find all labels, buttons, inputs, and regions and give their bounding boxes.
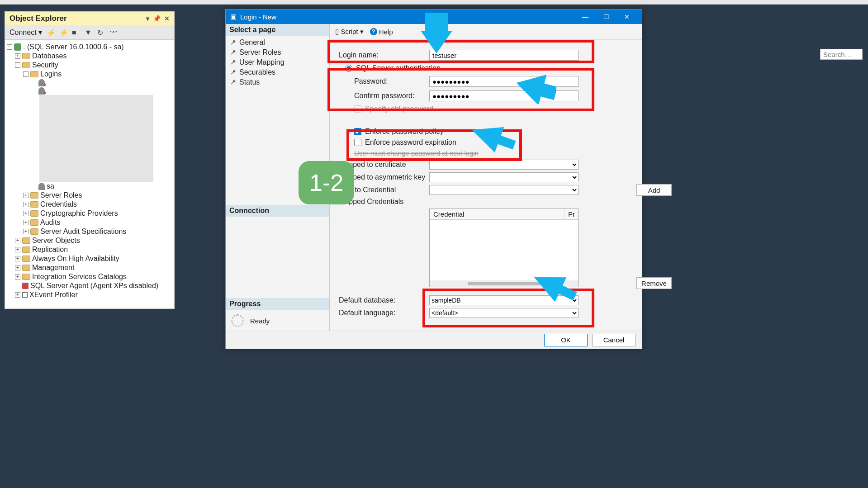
user-icon <box>38 183 45 190</box>
pin-icon[interactable]: 📌 <box>153 15 161 22</box>
server-roles-node[interactable]: +Server Roles <box>7 191 172 200</box>
pause-icon[interactable]: ■ <box>72 28 80 37</box>
folder-icon <box>22 256 30 262</box>
dialog-titlebar[interactable]: ▣ Login - New — ☐ ✕ <box>226 9 642 24</box>
stop-icon[interactable]: ⚡ <box>59 28 67 37</box>
xevent-icon <box>22 292 28 298</box>
object-tree[interactable]: −. (SQL Server 16.0.1000.6 - sa) +Databa… <box>5 40 174 308</box>
sql-agent-node[interactable]: SQL Server Agent (Agent XPs disabled) <box>7 281 172 290</box>
activity-icon[interactable]: 〰 <box>110 28 118 37</box>
object-explorer-titlebar: Object Explorer ▾ 📌 ✕ <box>5 12 174 25</box>
object-explorer-panel: Object Explorer ▾ 📌 ✕ Connect ▾ ⚡ ⚡ ■ ▼ … <box>5 11 175 309</box>
page-server-roles[interactable]: Server Roles <box>226 47 329 57</box>
maximize-button[interactable]: ☐ <box>596 9 617 24</box>
search-box[interactable] <box>820 49 863 60</box>
close-button[interactable]: ✕ <box>617 9 637 24</box>
enforce-expiration-row[interactable]: Enforce password expiration <box>354 138 633 147</box>
close-icon[interactable]: ✕ <box>164 15 170 22</box>
sql-auth-radio-row[interactable]: SQL Server authentication <box>345 64 633 72</box>
default-db-row: Default database: sampleDB <box>339 295 633 305</box>
enforce-policy-checkbox[interactable] <box>354 128 361 135</box>
page-user-mapping[interactable]: User Mapping <box>226 57 329 67</box>
sql-auth-radio[interactable] <box>345 65 352 72</box>
progress-header: Progress <box>226 298 329 310</box>
folder-icon <box>22 265 30 271</box>
search-input[interactable] <box>820 49 863 60</box>
security-node[interactable]: −Security <box>7 61 172 70</box>
server-node[interactable]: −. (SQL Server 16.0.1000.6 - sa) <box>7 43 172 52</box>
password-row: Password: <box>339 76 633 87</box>
wrench-icon <box>230 79 237 85</box>
enforce-policy-label: Enforce password policy <box>365 128 443 136</box>
wrench-icon <box>230 49 237 56</box>
annotation-step-badge: 1-2 <box>299 161 354 204</box>
default-lang-label: Default language: <box>339 309 429 317</box>
page-status[interactable]: Status <box>226 77 329 87</box>
folder-icon <box>22 237 30 244</box>
folder-icon <box>30 228 38 235</box>
default-lang-select[interactable]: <default> <box>429 308 579 318</box>
isc-node[interactable]: +Integration Services Catalogs <box>7 272 172 281</box>
sql-auth-label: SQL Server authentication <box>356 64 441 72</box>
databases-node[interactable]: +Databases <box>7 52 172 61</box>
audit-specs-node[interactable]: +Server Audit Specifications <box>7 227 172 236</box>
folder-icon <box>30 71 38 77</box>
wrench-icon <box>230 69 237 76</box>
password-input[interactable] <box>429 76 579 87</box>
xevent-node[interactable]: +XEvent Profiler <box>7 290 172 299</box>
dropdown-icon[interactable]: ▾ <box>146 15 149 22</box>
remove-button[interactable]: Remove <box>636 277 672 289</box>
login-name-row: Login name: <box>339 50 633 61</box>
login-item[interactable] <box>7 79 172 87</box>
credentials-table[interactable]: Credential Pr <box>429 208 579 287</box>
connect-dropdown[interactable]: Connect ▾ <box>9 28 42 37</box>
credentials-node[interactable]: +Credentials <box>7 200 172 209</box>
ok-button[interactable]: OK <box>544 334 588 346</box>
folder-icon <box>22 62 30 68</box>
always-on-node[interactable]: +Always On High Availability <box>7 254 172 263</box>
login-item[interactable] <box>7 87 172 95</box>
confirm-password-input[interactable] <box>429 90 579 101</box>
mapped-asym-row: Mapped to asymmetric key <box>339 172 633 182</box>
disconnect-icon[interactable]: ⚡ <box>47 28 55 37</box>
table-scrollbar[interactable] <box>430 280 578 287</box>
refresh-icon[interactable]: ↻ <box>97 28 105 37</box>
cancel-button[interactable]: Cancel <box>592 334 636 346</box>
specify-old-label: Specify old password <box>365 105 433 113</box>
server-objects-node[interactable]: +Server Objects <box>7 236 172 245</box>
enforce-expiration-checkbox[interactable] <box>354 139 361 146</box>
mapped-cert-select[interactable] <box>429 160 579 170</box>
user-disabled-icon <box>38 87 45 95</box>
default-db-select[interactable]: sampleDB <box>429 295 579 305</box>
page-general[interactable]: General <box>226 38 329 47</box>
map-credential-select[interactable] <box>429 185 579 195</box>
progress-status: Ready <box>226 310 329 332</box>
login-name-input[interactable] <box>429 50 579 61</box>
script-toolbar: ▯ Script ▾ ?Help <box>330 24 642 40</box>
help-link[interactable]: ?Help <box>370 28 393 36</box>
login-sa[interactable]: sa <box>7 182 172 191</box>
mapped-asym-select[interactable] <box>429 172 579 182</box>
connection-header: Connection <box>226 205 329 217</box>
enforce-policy-row[interactable]: Enforce password policy <box>354 128 633 136</box>
replication-node[interactable]: +Replication <box>7 245 172 254</box>
crypto-providers-node[interactable]: +Cryptographic Providers <box>7 209 172 218</box>
script-dropdown[interactable]: ▯ Script ▾ <box>335 28 364 36</box>
add-button[interactable]: Add <box>636 184 672 196</box>
login-new-dialog: ▣ Login - New — ☐ ✕ Select a page Genera… <box>225 9 642 349</box>
object-explorer-toolbar: Connect ▾ ⚡ ⚡ ■ ▼ ↻ 〰 <box>5 25 174 40</box>
default-db-label: Default database: <box>339 296 429 304</box>
minimize-button[interactable]: — <box>575 9 596 24</box>
audits-node[interactable]: +Audits <box>7 218 172 227</box>
page-securables[interactable]: Securables <box>226 67 329 77</box>
folder-icon <box>30 210 38 217</box>
pr-column: Pr <box>564 209 578 219</box>
spinner-icon <box>231 314 244 327</box>
user-disabled-icon <box>38 79 45 86</box>
progress-text: Ready <box>250 317 270 325</box>
mapped-cert-row: Mapped to certificate <box>339 160 633 170</box>
filter-icon[interactable]: ▼ <box>85 28 93 37</box>
management-node[interactable]: +Management <box>7 263 172 272</box>
confirm-password-label: Confirm password: <box>339 92 429 100</box>
logins-node[interactable]: −Logins <box>7 70 172 79</box>
